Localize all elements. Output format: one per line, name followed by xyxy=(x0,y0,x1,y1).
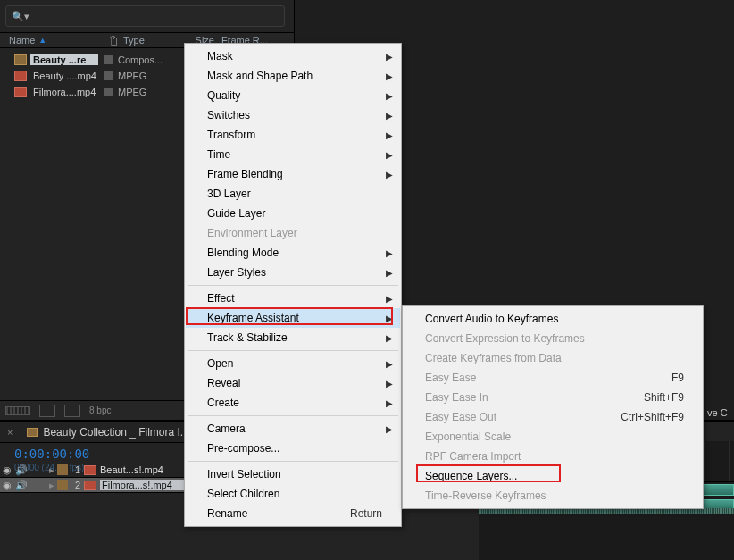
menu-item-label: Mask and Shape Path xyxy=(207,70,313,82)
menu-separator xyxy=(188,461,398,462)
visibility-toggle[interactable]: ◉ xyxy=(0,480,14,491)
visibility-toggle[interactable]: ◉ xyxy=(0,464,14,476)
menu-item-label: Create Keyframes from Data xyxy=(425,352,562,364)
menu-item-label: Effect xyxy=(207,292,234,305)
layer-index: 1 xyxy=(71,464,84,475)
submenu-arrow-icon: ▶ xyxy=(386,170,393,180)
tag-swatch[interactable] xyxy=(104,71,113,80)
menu-item[interactable]: Mask and Shape Path▶ xyxy=(186,66,400,86)
audio-toggle[interactable]: 🔊 xyxy=(14,480,29,491)
layer-index: 2 xyxy=(71,480,84,490)
mpeg-icon xyxy=(14,87,27,97)
footer-flowchart-icon[interactable] xyxy=(5,406,30,415)
menu-separator xyxy=(188,415,398,416)
menu-item: Easy EaseF9 xyxy=(404,368,702,388)
submenu-arrow-icon: ▶ xyxy=(386,111,393,121)
submenu-arrow-icon: ▶ xyxy=(386,150,393,160)
menu-item[interactable]: Select Children xyxy=(186,484,400,504)
menu-item-label: Invert Selection xyxy=(207,468,281,481)
layer-color-swatch[interactable] xyxy=(57,480,68,490)
menu-item[interactable]: Layer Styles▶ xyxy=(186,263,400,282)
menu-shortcut: Shift+F9 xyxy=(644,391,684,404)
menu-item-label: Open xyxy=(207,357,233,370)
menu-item[interactable]: 3D Layer xyxy=(186,184,400,204)
tab-close-icon[interactable]: × xyxy=(7,427,13,438)
menu-item: Environment Layer xyxy=(186,223,400,243)
submenu-arrow-icon: ▶ xyxy=(386,130,393,140)
submenu-arrow-icon: ▶ xyxy=(386,424,393,434)
composition-icon xyxy=(14,54,27,65)
menu-item-label: Exponential Scale xyxy=(425,430,511,443)
footage-icon xyxy=(84,481,96,490)
comp-tab[interactable]: Beauty Collection _ Filmora I... xyxy=(18,422,197,442)
project-search[interactable]: 🔍▾ xyxy=(5,5,285,27)
menu-shortcut: Return xyxy=(350,507,382,520)
menu-item: Convert Expression to Keyframes xyxy=(404,329,702,348)
menu-item-label: Layer Styles xyxy=(207,266,266,279)
menu-item-label: Rename xyxy=(207,507,247,520)
menu-item[interactable]: Effect▶ xyxy=(186,288,400,308)
folder-icon[interactable] xyxy=(39,405,55,417)
tag-swatch[interactable] xyxy=(104,55,113,64)
menu-item[interactable]: Guide Layer xyxy=(186,204,400,223)
menu-item[interactable]: Camera▶ xyxy=(186,419,400,439)
project-item-type: Compos... xyxy=(118,54,171,65)
menu-shortcut: Ctrl+Shift+F9 xyxy=(621,411,684,423)
submenu-arrow-icon: ▶ xyxy=(386,71,393,81)
search-input[interactable] xyxy=(33,10,279,22)
audio-toggle[interactable]: 🔊 xyxy=(14,464,29,476)
menu-item[interactable]: Blending Mode▶ xyxy=(186,243,400,263)
bpc-label[interactable]: 8 bpc xyxy=(89,405,111,415)
menu-item[interactable]: Frame Blending▶ xyxy=(186,164,400,184)
expand-arrow-icon[interactable]: ▸ xyxy=(46,480,57,491)
menu-item-label: Environment Layer xyxy=(207,227,297,239)
menu-item-label: Sequence Layers... xyxy=(425,470,517,482)
menu-item-label: Time xyxy=(207,148,230,161)
submenu-arrow-icon: ▶ xyxy=(386,52,393,62)
menu-item[interactable]: Mask▶ xyxy=(186,46,400,66)
menu-item[interactable]: RenameReturn xyxy=(186,504,400,523)
menu-item-label: Quality xyxy=(207,89,240,102)
menu-item: Exponential Scale xyxy=(404,427,702,447)
menu-item[interactable]: Create▶ xyxy=(186,393,400,413)
menu-item[interactable]: Switches▶ xyxy=(186,105,400,125)
menu-item[interactable]: Pre-compose... xyxy=(186,439,400,458)
menu-item[interactable]: Reveal▶ xyxy=(186,373,400,393)
project-item-type: MPEG xyxy=(118,87,171,97)
menu-item-label: Reveal xyxy=(207,377,240,389)
tag-icon: 🏷 xyxy=(107,35,120,46)
menu-item-label: Track & Stabilize xyxy=(207,331,288,344)
menu-item[interactable]: Keyframe Assistant▶ xyxy=(186,308,400,328)
new-comp-icon[interactable] xyxy=(64,405,80,417)
mpeg-icon xyxy=(14,71,27,81)
submenu-arrow-icon: ▶ xyxy=(386,91,393,101)
expand-arrow-icon[interactable]: ▸ xyxy=(46,464,57,476)
timecode-display[interactable]: 0:00:00:00 xyxy=(14,447,89,461)
menu-item[interactable]: Transform▶ xyxy=(186,125,400,145)
comp-tab-title: Beauty Collection _ Filmora I... xyxy=(43,426,188,439)
menu-item-label: Switches xyxy=(207,109,250,121)
menu-separator xyxy=(188,285,398,286)
menu-item[interactable]: Track & Stabilize▶ xyxy=(186,328,400,347)
col-type-label: Type xyxy=(123,35,168,46)
menu-item[interactable]: Open▶ xyxy=(186,354,400,373)
menu-item-label: Convert Audio to Keyframes xyxy=(425,313,558,325)
search-icon: 🔍▾ xyxy=(12,11,29,22)
layer-color-swatch[interactable] xyxy=(57,464,68,475)
menu-shortcut: F9 xyxy=(671,372,684,384)
menu-item-label: Time-Reverse Keyframes xyxy=(425,489,546,502)
menu-item-label: Keyframe Assistant xyxy=(207,312,299,324)
menu-item[interactable]: Sequence Layers... xyxy=(404,466,702,486)
comp-tab-icon xyxy=(27,428,38,437)
menu-item[interactable]: Convert Audio to Keyframes xyxy=(404,309,702,329)
menu-item[interactable]: Quality▶ xyxy=(186,86,400,105)
footage-icon xyxy=(84,465,96,475)
menu-item-label: Frame Blending xyxy=(207,168,283,180)
menu-item: Easy Ease InShift+F9 xyxy=(404,388,702,407)
menu-item[interactable]: Invert Selection xyxy=(186,464,400,484)
menu-item-label: Easy Ease xyxy=(425,372,476,384)
menu-separator xyxy=(188,350,398,351)
tag-swatch[interactable] xyxy=(104,88,113,96)
menu-item-label: Guide Layer xyxy=(207,207,265,220)
menu-item[interactable]: Time▶ xyxy=(186,145,400,164)
